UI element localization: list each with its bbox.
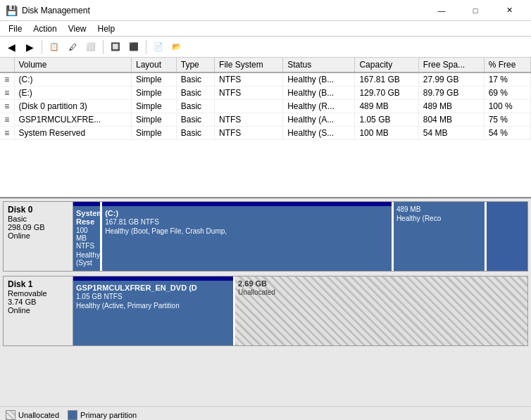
toolbar-btn-8[interactable]: 📄	[150, 39, 167, 56]
partition-info: Healthy (Boot, Page File, Crash Dump,	[105, 227, 389, 235]
toolbar-btn-9[interactable]: 📂	[168, 39, 185, 56]
toolbar-forward[interactable]: ▶	[21, 39, 38, 56]
disk-size: 298.09 GB	[8, 223, 68, 231]
row-pct: 75 %	[484, 113, 530, 127]
col-status[interactable]: Status	[283, 58, 355, 72]
partition-size: 100 MB NTFS	[76, 227, 97, 250]
col-volume[interactable]: Volume	[14, 58, 131, 72]
title-bar: 💾 Disk Management — □ ✕	[0, 0, 531, 21]
maximize-button[interactable]: □	[459, 0, 492, 21]
row-fs: NTFS	[215, 113, 283, 127]
menu-view[interactable]: View	[63, 21, 92, 37]
close-button[interactable]: ✕	[493, 0, 525, 21]
col-free[interactable]: Free Spa...	[418, 58, 484, 72]
partition[interactable]: GSP1RMCULXFRER_EN_DVD (D1.05 GB NTFSHeal…	[73, 276, 235, 345]
col-fs[interactable]: File System	[215, 58, 283, 72]
toolbar-btn-6[interactable]: 🔲	[107, 39, 124, 56]
table-row[interactable]: ≡ System Reserved Simple Basic NTFS Heal…	[0, 127, 531, 140]
partition[interactable]: 2.69 GBUnallocated	[235, 276, 527, 345]
menu-action[interactable]: Action	[27, 21, 62, 37]
disk-partitions: System Rese100 MB NTFSHealthy (Syst(C:)1…	[73, 201, 528, 272]
legend: Unallocated Primary partition	[0, 406, 531, 420]
row-status: Healthy (S...	[283, 127, 355, 140]
row-icon: ≡	[0, 127, 14, 140]
row-type: Basic	[176, 100, 214, 113]
partition-info: Healthy (Syst	[76, 251, 97, 267]
row-volume: (Disk 0 partition 3)	[14, 100, 131, 113]
row-capacity: 129.70 GB	[355, 87, 418, 100]
row-layout: Simple	[131, 127, 176, 140]
volume-table-container: Volume Layout Type File System Status Ca…	[0, 58, 531, 198]
partition-top-bar	[102, 202, 392, 206]
row-icon: ≡	[0, 72, 14, 87]
disk-label: Disk 0 Basic 298.09 GB Online	[3, 201, 73, 272]
row-volume: (E:)	[14, 87, 131, 100]
disk-area: Disk 0 Basic 298.09 GB Online System Res…	[0, 198, 531, 406]
row-type: Basic	[176, 113, 214, 127]
row-layout: Simple	[131, 113, 176, 127]
app-icon: 💾	[6, 5, 18, 16]
table-body: ≡ (C:) Simple Basic NTFS Healthy (B... 1…	[0, 72, 531, 140]
row-icon: ≡	[0, 100, 14, 113]
menu-help[interactable]: Help	[92, 21, 121, 37]
toolbar-sep-3	[146, 40, 146, 54]
volume-table: Volume Layout Type File System Status Ca…	[0, 58, 531, 140]
col-icon[interactable]	[0, 58, 14, 72]
toolbar-back[interactable]: ◀	[3, 39, 20, 56]
disk-name: Disk 1	[8, 279, 68, 289]
partition[interactable]	[487, 202, 527, 271]
table-header-row: Volume Layout Type File System Status Ca…	[0, 58, 531, 72]
table-row[interactable]: ≡ GSP1RMCULXFRE... Simple Basic NTFS Hea…	[0, 113, 531, 127]
row-free: 89.79 GB	[418, 87, 484, 100]
row-capacity: 167.81 GB	[355, 72, 418, 87]
table-row[interactable]: ≡ (C:) Simple Basic NTFS Healthy (B... 1…	[0, 72, 531, 87]
legend-icon-primary	[68, 410, 77, 420]
toolbar-btn-5[interactable]: ⬜	[82, 39, 99, 56]
row-status: Healthy (A...	[283, 113, 355, 127]
row-volume: GSP1RMCULXFRE...	[14, 113, 131, 127]
partition-info: Healthy (Active, Primary Partition	[76, 302, 230, 310]
legend-unallocated: Unallocated	[6, 410, 59, 420]
partition-info: Healthy (Reco	[396, 215, 482, 222]
partition[interactable]: (C:)167.81 GB NTFSHealthy (Boot, Page Fi…	[102, 202, 394, 271]
row-fs: NTFS	[215, 72, 283, 87]
disk-partitions: GSP1RMCULXFRER_EN_DVD (D1.05 GB NTFSHeal…	[73, 276, 528, 346]
col-capacity[interactable]: Capacity	[355, 58, 418, 72]
partition-name: System Rese	[76, 209, 97, 226]
legend-label-primary: Primary partition	[80, 411, 137, 419]
row-fs	[215, 100, 283, 113]
toolbar-btn-3[interactable]: 📋	[46, 39, 63, 56]
title-bar-controls: — □ ✕	[425, 0, 525, 21]
partition-name: 2.69 GB	[238, 279, 525, 288]
table-row[interactable]: ≡ (E:) Simple Basic NTFS Healthy (B... 1…	[0, 87, 531, 100]
row-icon: ≡	[0, 87, 14, 100]
disk-size: 3.74 GB	[8, 298, 68, 306]
disk-name: Disk 0	[8, 205, 68, 215]
col-pct[interactable]: % Free	[484, 58, 530, 72]
legend-icon-unallocated	[6, 410, 15, 420]
row-status: Healthy (B...	[283, 87, 355, 100]
toolbar-btn-4[interactable]: 🖊	[64, 39, 81, 56]
minimize-button[interactable]: —	[425, 0, 458, 21]
partition[interactable]: System Rese100 MB NTFSHealthy (Syst	[73, 202, 102, 271]
disk-rows-container: Disk 0 Basic 298.09 GB Online System Res…	[3, 201, 528, 346]
toolbar-btn-7[interactable]: ⬛	[125, 39, 142, 56]
row-status: Healthy (R...	[283, 100, 355, 113]
row-free: 54 MB	[418, 127, 484, 140]
menu-bar: File Action View Help	[0, 21, 531, 37]
table-row[interactable]: ≡ (Disk 0 partition 3) Simple Basic Heal…	[0, 100, 531, 113]
menu-file[interactable]: File	[3, 21, 27, 37]
row-icon: ≡	[0, 113, 14, 127]
disk-status: Online	[8, 306, 68, 314]
partition[interactable]: 489 MBHealthy (Reco	[394, 202, 487, 271]
row-layout: Simple	[131, 87, 176, 100]
legend-primary: Primary partition	[68, 410, 137, 420]
partition-top-bar	[73, 202, 100, 206]
row-free: 27.99 GB	[418, 72, 484, 87]
col-type[interactable]: Type	[176, 58, 214, 72]
row-free: 489 MB	[418, 100, 484, 113]
col-layout[interactable]: Layout	[131, 58, 176, 72]
partition-size: Unallocated	[238, 288, 525, 296]
row-layout: Simple	[131, 72, 176, 87]
toolbar-sep-1	[42, 40, 42, 54]
